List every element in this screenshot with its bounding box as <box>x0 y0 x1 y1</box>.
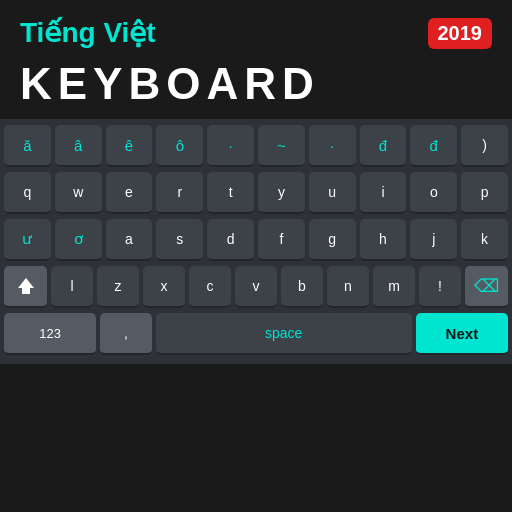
key-dot2[interactable]: · <box>309 125 356 167</box>
key-h[interactable]: h <box>360 219 407 261</box>
key-exclaim[interactable]: ! <box>419 266 461 308</box>
key-rparen[interactable]: ) <box>461 125 508 167</box>
space-key[interactable]: space <box>156 313 412 355</box>
key-e-circ[interactable]: ê <box>106 125 153 167</box>
title-t: t <box>146 17 155 48</box>
comma-label: , <box>124 325 128 341</box>
key-d-stroke2[interactable]: đ <box>410 125 457 167</box>
keyboard: ă â ê ô · ~ · đ đ ) q w e r t y u i o p … <box>0 119 512 364</box>
key-o[interactable]: o <box>410 172 457 214</box>
next-label: Next <box>446 325 479 342</box>
shift-icon <box>18 278 34 294</box>
shift-arrow-stem <box>22 288 30 294</box>
next-key[interactable]: Next <box>416 313 508 355</box>
key-s[interactable]: s <box>156 219 203 261</box>
key-a-breve[interactable]: ă <box>4 125 51 167</box>
key-a[interactable]: a <box>106 219 153 261</box>
key-tilde[interactable]: ~ <box>258 125 305 167</box>
key-u[interactable]: u <box>309 172 356 214</box>
shift-arrow <box>18 278 34 288</box>
key-f[interactable]: f <box>258 219 305 261</box>
app-title: Tiếng Việt <box>20 18 156 49</box>
key-row-2: q w e r t y u i o p <box>4 172 508 214</box>
key-r[interactable]: r <box>156 172 203 214</box>
key-l[interactable]: l <box>51 266 93 308</box>
key-q[interactable]: q <box>4 172 51 214</box>
comma-key[interactable]: , <box>100 313 151 355</box>
key-t[interactable]: t <box>207 172 254 214</box>
key-m[interactable]: m <box>373 266 415 308</box>
key-j[interactable]: j <box>410 219 457 261</box>
key-d[interactable]: d <box>207 219 254 261</box>
backspace-icon: ⌫ <box>474 275 499 297</box>
key-o-circ[interactable]: ô <box>156 125 203 167</box>
key-y[interactable]: y <box>258 172 305 214</box>
keyboard-label: KEYBOARD <box>0 59 512 119</box>
key-d-stroke[interactable]: đ <box>360 125 407 167</box>
key-u-horn[interactable]: ư <box>4 219 51 261</box>
num-key[interactable]: 123 <box>4 313 96 355</box>
key-x[interactable]: x <box>143 266 185 308</box>
num-label: 123 <box>39 326 61 341</box>
key-row-bottom: 123 , space Next <box>4 313 508 355</box>
title-accent: ế <box>44 17 61 48</box>
space-label: space <box>265 325 302 341</box>
key-a-circ[interactable]: â <box>55 125 102 167</box>
backspace-key[interactable]: ⌫ <box>465 266 508 308</box>
key-z[interactable]: z <box>97 266 139 308</box>
title-tieng: Ti <box>20 17 44 48</box>
key-p[interactable]: p <box>461 172 508 214</box>
key-n[interactable]: n <box>327 266 369 308</box>
key-e[interactable]: e <box>106 172 153 214</box>
key-o-horn[interactable]: ơ <box>55 219 102 261</box>
key-row-1: ă â ê ô · ~ · đ đ ) <box>4 125 508 167</box>
key-i[interactable]: i <box>360 172 407 214</box>
shift-key[interactable] <box>4 266 47 308</box>
title-ng: ng Vi <box>61 17 129 48</box>
key-w[interactable]: w <box>55 172 102 214</box>
key-k[interactable]: k <box>461 219 508 261</box>
key-c[interactable]: c <box>189 266 231 308</box>
app-header: Tiếng Việt 2019 <box>0 0 512 59</box>
key-row-3: ư ơ a s d f g h j k <box>4 219 508 261</box>
title-viet-accent: ệ <box>129 17 146 48</box>
key-g[interactable]: g <box>309 219 356 261</box>
year-badge: 2019 <box>428 18 493 49</box>
key-dot[interactable]: · <box>207 125 254 167</box>
key-row-4: l z x c v b n m ! ⌫ <box>4 266 508 308</box>
key-v[interactable]: v <box>235 266 277 308</box>
key-b[interactable]: b <box>281 266 323 308</box>
